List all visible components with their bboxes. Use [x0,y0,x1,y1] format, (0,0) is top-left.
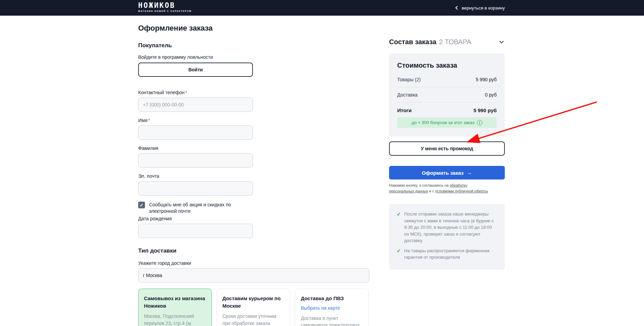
info-item-text: После отправки заказа наши менеджеры свя… [404,211,497,244]
buyer-section-heading: Покупатель [138,42,369,49]
delivery-option-pvz[interactable]: Доставка до ПВЗ Выбрать на карте Доставк… [295,289,369,326]
info-item-text: На товары распространяется фирменная гар… [404,247,497,261]
first-name-field-group: Имя* [138,118,369,140]
cost-row-label: Доставка [397,92,418,98]
store-logo[interactable]: НОЖИКОВ МАГАЗИН НОЖЕЙ С ХАРАКТЕРОМ [138,2,191,12]
delivery-section-heading: Тип доставки [138,247,369,254]
cost-row-delivery: Доставка 0 руб [397,87,497,103]
expand-order-button[interactable] [498,39,505,46]
cost-row-value: 5 990 руб [474,107,497,113]
newsletter-checkbox-row: ✓ Сообщать мне об акция и скидках по эле… [138,202,253,215]
order-cost-heading: Стоимость заказа [397,62,497,69]
back-to-cart-label: вернуться в корзину [462,5,505,11]
bonus-note: до + 300 бонусов за этот заказ [411,120,474,125]
first-name-label: Имя* [138,118,369,123]
order-summary-column: Состав заказа 2 ТОВАРА Стоимость заказа … [389,16,505,270]
email-input[interactable] [138,181,253,195]
checkout-form-column: Оформление заказа Покупатель Войдите в п… [138,16,369,326]
phone-label: Контактный телефон* [138,90,369,95]
cost-row-items: Товары (2) 5 990 руб [397,72,497,87]
dob-field-group: Дата рождения [138,216,369,238]
loyalty-program-label: Войдите в программу лояльности [138,54,369,60]
cost-row-label: Итоги [397,107,412,113]
checkout-page: НОЖИКОВ МАГАЗИН НОЖЕЙ С ХАРАКТЕРОМ верну… [0,0,644,326]
check-icon: ✓ [397,247,401,261]
store-logo-title: НОЖИКОВ [138,2,191,10]
promo-code-button[interactable]: У меня есть промокод [389,141,505,156]
submit-order-label: Оформить заказ [422,170,464,176]
delivery-option-title: Самовывоз из магазина Ножиков [144,295,206,310]
required-asterisk: * [185,90,187,95]
info-icon[interactable]: i [477,120,482,125]
store-logo-tagline: МАГАЗИН НОЖЕЙ С ХАРАКТЕРОМ [138,10,191,12]
cost-row-value: 5 990 руб [476,77,497,82]
newsletter-checkbox[interactable]: ✓ [138,202,145,208]
order-items-count: 2 ТОВАРА [439,38,471,46]
cost-row-value: 0 руб [485,92,497,98]
first-name-input[interactable] [138,125,253,140]
bonus-banner: до + 300 бонусов за этот заказ i [397,117,497,128]
info-item-managers: ✓ После отправки заказа наши менеджеры с… [397,211,497,244]
city-input[interactable] [138,268,369,282]
arrow-right-icon: → [466,170,472,176]
delivery-option-pickup-store[interactable]: Самовывоз из магазина Ножиков Москва, По… [138,289,212,326]
delivery-option-title: Доставка до ПВЗ [301,295,363,302]
email-label: Эл. почта [138,173,369,179]
delivery-option-courier[interactable]: Доставим курьером по Москве Сроки достав… [217,289,290,326]
required-asterisk: * [148,118,150,123]
chevron-left-icon [455,6,459,10]
login-button[interactable]: Войти [138,63,253,77]
delivery-option-title: Доставим курьером по Москве [222,295,284,310]
last-name-field-group: Фамилия [138,145,369,168]
order-contents-header: Состав заказа 2 ТОВАРА [389,38,505,46]
delivery-options: Самовывоз из магазина Ножиков Москва, По… [138,289,369,326]
cost-row-label: Товары (2) [397,77,421,82]
delivery-option-description: Доставка в пункт самовывоза транспортных… [301,315,363,326]
info-item-warranty: ✓ На товары распространяется фирменная г… [397,247,497,261]
order-cost-card: Стоимость заказа Товары (2) 5 990 руб До… [389,53,505,137]
choose-on-map-link[interactable]: Выбрать на карте [301,305,363,312]
phone-field-group: Контактный телефон* [138,90,369,112]
back-to-cart-link[interactable]: вернуться в корзину [456,0,505,16]
delivery-option-description: Сроки доставки уточним при обработке зак… [222,313,284,326]
public-offer-link[interactable]: условиями публичной оферты [435,189,488,193]
cost-row-total: Итоги 5 990 руб [397,103,497,116]
page-title: Оформление заказа [138,24,369,33]
last-name-label: Фамилия [138,145,369,151]
email-field-group: Эл. почта [138,173,369,195]
order-info-box: ✓ После отправки заказа наши менеджеры с… [389,204,505,270]
legal-consent-text: Нажимая кнопку, я соглашаюсь на обработк… [389,183,493,194]
order-contents-heading: Состав заказа [389,38,436,46]
city-label: Укажите город доставки [138,260,369,266]
chevron-down-icon [499,39,504,44]
dob-label: Дата рождения [138,216,369,221]
check-icon: ✓ [397,211,401,244]
phone-input[interactable] [138,98,253,112]
last-name-input[interactable] [138,153,253,168]
delivery-option-description: Москва, Подсосенский переулок 23, стр.4 … [144,313,206,326]
dob-input[interactable] [138,224,253,238]
submit-order-button[interactable]: Оформить заказ → [389,166,505,179]
top-header: НОЖИКОВ МАГАЗИН НОЖЕЙ С ХАРАКТЕРОМ верну… [0,0,644,16]
newsletter-checkbox-label: Сообщать мне об акция и скидках по элект… [149,202,253,215]
